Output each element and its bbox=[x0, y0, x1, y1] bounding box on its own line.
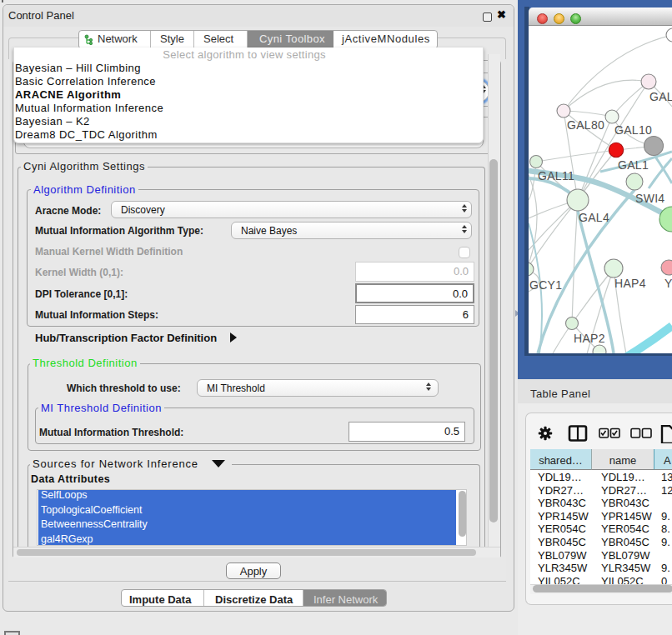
svg-text:GAL4: GAL4 bbox=[579, 211, 609, 224]
svg-text:SWI4: SWI4 bbox=[635, 192, 664, 205]
svg-text:GAL11: GAL11 bbox=[538, 169, 574, 182]
svg-text:GCY1: GCY1 bbox=[529, 278, 562, 292]
svg-text:HAP2: HAP2 bbox=[574, 332, 605, 345]
svg-text:GAL10: GAL10 bbox=[614, 123, 652, 137]
svg-text:Y: Y bbox=[664, 277, 672, 290]
svg-text:GAL: GAL bbox=[649, 90, 672, 103]
svg-text:GAL80: GAL80 bbox=[567, 118, 604, 132]
svg-text:HAP4: HAP4 bbox=[614, 277, 646, 290]
svg-text:GAL1: GAL1 bbox=[618, 158, 649, 172]
